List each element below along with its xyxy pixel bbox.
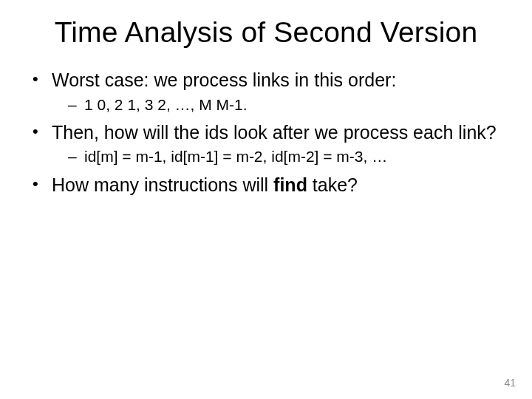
sub-list: 1 0, 2 1, 3 2, …, M M-1. [52,95,504,115]
bullet-text: Worst case: we process links in this ord… [52,69,396,90]
sub-bullet-id-formula: id[m] = m-1, id[m-1] = m-2, id[m-2] = m-… [68,146,504,166]
bullet-text-post: take? [307,174,358,195]
sub-list: id[m] = m-1, id[m-1] = m-2, id[m-2] = m-… [52,146,504,166]
bullet-text-pre: How many instructions will [52,174,273,195]
sub-bullet-text: 1 0, 2 1, 3 2, …, M M-1. [84,96,248,113]
slide: Time Analysis of Second Version Worst ca… [0,0,532,399]
bullet-worst-case: Worst case: we process links in this ord… [33,69,504,115]
sub-bullet-sequence: 1 0, 2 1, 3 2, …, M M-1. [68,95,504,115]
slide-title: Time Analysis of Second Version [28,16,504,49]
page-number: 41 [504,377,516,389]
sub-bullet-text: id[m] = m-1, id[m-1] = m-2, id[m-2] = m-… [84,148,387,165]
bullet-text: Then, how will the ids look after we pro… [52,122,497,143]
bullet-ids-look: Then, how will the ids look after we pro… [33,122,504,167]
bullet-find-instructions: How many instructions will find take? [33,174,504,197]
bullet-list: Worst case: we process links in this ord… [28,69,504,196]
bullet-text-bold: find [273,174,307,195]
